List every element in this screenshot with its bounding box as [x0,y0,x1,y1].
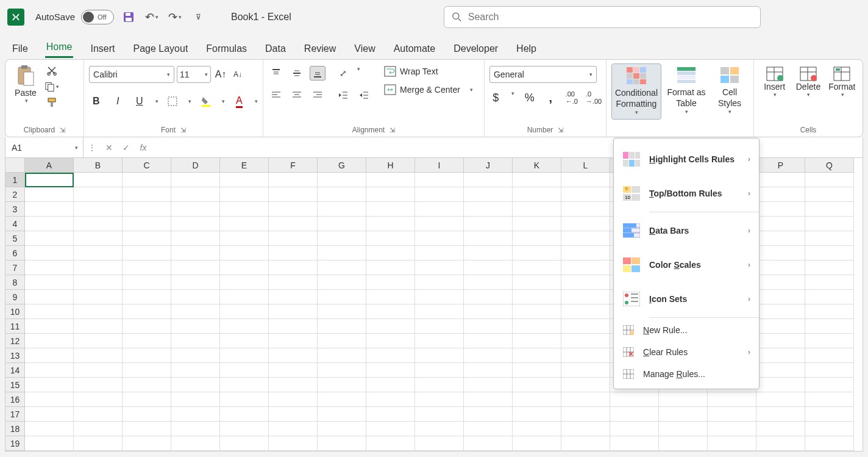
cell[interactable] [366,348,415,363]
column-header[interactable]: I [415,158,464,173]
cell[interactable] [25,187,74,202]
cell[interactable] [269,363,318,378]
cell[interactable] [513,436,561,451]
cell[interactable] [561,290,610,304]
cell[interactable] [756,275,805,290]
cell[interactable] [171,319,220,334]
cell[interactable] [805,290,854,304]
row-header[interactable]: 11 [5,319,25,334]
cell[interactable] [171,363,220,378]
cell[interactable] [25,231,74,246]
cell[interactable] [269,304,318,319]
row-header[interactable]: 5 [5,231,25,246]
cell[interactable] [123,334,171,348]
cell[interactable] [318,173,366,187]
cell[interactable] [123,319,171,334]
cell[interactable] [464,275,513,290]
decrease-font-size[interactable]: A↓ [230,67,245,82]
cell[interactable] [74,407,123,422]
cell[interactable] [366,319,415,334]
column-header[interactable]: J [464,158,513,173]
cell[interactable] [269,290,318,304]
cell[interactable] [756,231,805,246]
cut-button[interactable] [44,65,59,77]
cell[interactable] [220,363,269,378]
cell[interactable] [513,290,561,304]
align-right[interactable] [310,88,326,103]
cell[interactable] [269,378,318,392]
cell[interactable] [123,173,171,187]
cell[interactable] [756,246,805,261]
cell[interactable] [171,422,220,436]
autosave-toggle[interactable]: Off [81,10,114,24]
cell[interactable] [610,407,659,422]
cell[interactable] [171,392,220,407]
cell[interactable] [25,348,74,363]
select-all-corner[interactable] [5,158,25,173]
clipboard-launcher[interactable]: ⇲ [60,126,65,134]
column-header[interactable]: C [123,158,171,173]
cell[interactable] [318,407,366,422]
tab-automate[interactable]: Automate [393,40,436,58]
cell[interactable] [171,378,220,392]
new-rule-item[interactable]: New Rule... [614,319,759,341]
cell[interactable] [805,392,854,407]
cell[interactable] [123,436,171,451]
cell[interactable] [74,334,123,348]
cell[interactable] [756,173,805,187]
cell[interactable] [805,363,854,378]
cell[interactable] [366,231,415,246]
cell[interactable] [805,202,854,217]
cell[interactable] [561,422,610,436]
cell[interactable] [366,334,415,348]
cell[interactable] [561,217,610,231]
cell[interactable] [366,275,415,290]
wrap-text-button[interactable]: Wrap Text [384,66,473,77]
comma-format[interactable]: , [544,90,557,105]
tab-data[interactable]: Data [264,40,287,58]
cell[interactable] [805,275,854,290]
cell[interactable] [123,275,171,290]
cell[interactable] [269,217,318,231]
cell[interactable] [25,363,74,378]
search-box[interactable] [444,6,761,28]
cell[interactable] [415,246,464,261]
cell[interactable] [513,275,561,290]
cell[interactable] [561,261,610,275]
cell[interactable] [269,173,318,187]
cell[interactable] [25,334,74,348]
cell[interactable] [756,436,805,451]
cell[interactable] [318,246,366,261]
row-header[interactable]: 17 [5,407,25,422]
cell[interactable] [464,392,513,407]
cell[interactable] [464,231,513,246]
copy-button[interactable]: ▾ [44,81,59,93]
font-size-select[interactable]: 11▾ [177,66,211,83]
cell[interactable] [805,407,854,422]
cell[interactable] [269,407,318,422]
row-header[interactable]: 12 [5,334,25,348]
cell[interactable] [318,261,366,275]
cell[interactable] [25,392,74,407]
cell[interactable] [659,407,708,422]
cell[interactable] [171,173,220,187]
cell[interactable] [513,231,561,246]
cell[interactable] [171,334,220,348]
column-header[interactable]: A [25,158,74,173]
paste-dropdown[interactable]: ▾ [25,98,28,104]
cell[interactable] [25,246,74,261]
cell[interactable] [561,187,610,202]
cell[interactable] [269,275,318,290]
alignment-launcher[interactable]: ⇲ [390,126,395,134]
cell[interactable] [464,187,513,202]
cell[interactable] [805,348,854,363]
cell[interactable] [805,231,854,246]
cell[interactable] [805,422,854,436]
cell[interactable] [220,304,269,319]
cell[interactable] [659,436,708,451]
font-name-select[interactable]: Calibri▾ [89,66,174,83]
cell[interactable] [366,407,415,422]
cell[interactable] [269,261,318,275]
cell[interactable] [220,246,269,261]
percent-format[interactable]: % [523,90,536,105]
